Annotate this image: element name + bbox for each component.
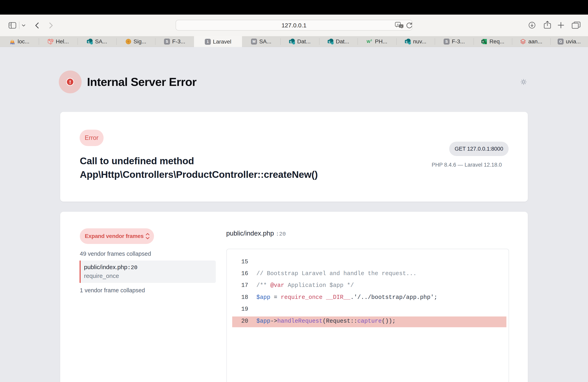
- svg-text:S: S: [290, 40, 292, 43]
- svg-text:S: S: [328, 40, 330, 43]
- svg-text:A: A: [397, 23, 399, 26]
- svg-text:S: S: [88, 40, 89, 43]
- svg-text:S: S: [406, 40, 408, 43]
- svg-text:3: 3: [371, 39, 372, 42]
- svg-text:X: X: [482, 40, 484, 43]
- svg-text:W: W: [367, 39, 370, 44]
- svg-text:x: x: [400, 25, 402, 28]
- svg-text:PMA: PMA: [10, 42, 15, 45]
